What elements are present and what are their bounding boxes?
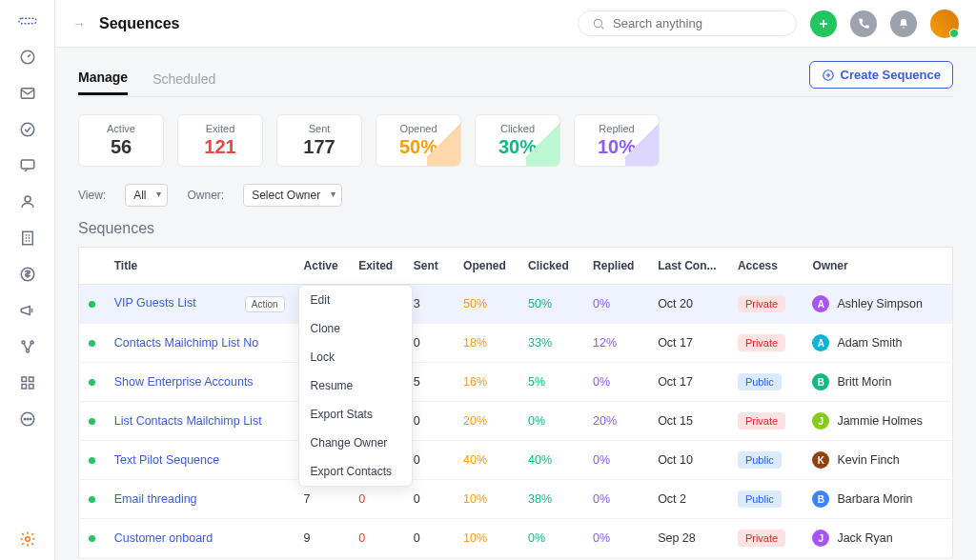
owner-name: Barbara Morin	[837, 492, 912, 506]
chat-icon[interactable]	[18, 156, 37, 175]
owner-avatar-icon: J	[812, 412, 829, 430]
svg-point-17	[27, 418, 29, 420]
section-title: Sequences	[78, 220, 953, 237]
menu-item[interactable]: Resume	[299, 371, 412, 400]
menu-item[interactable]: Change Owner	[299, 429, 412, 457]
menu-item[interactable]: Edit	[299, 286, 412, 314]
bell-button[interactable]	[890, 10, 917, 37]
menu-item[interactable]: Export Contacts	[299, 457, 412, 486]
status-dot-icon	[89, 418, 95, 425]
col-replied: Replied	[583, 248, 648, 285]
access-badge: Public	[738, 373, 782, 390]
owner-name: Jack Ryan	[837, 531, 892, 545]
cell-clicked: 40%	[518, 441, 583, 480]
owner-avatar-icon: B	[812, 373, 829, 390]
stat-clicked: Clicked30%	[475, 114, 560, 167]
cell-replied: 0%	[583, 363, 648, 402]
svg-rect-0	[18, 18, 35, 23]
cell-last: Oct 20	[648, 285, 728, 324]
menu-item[interactable]: Clone	[299, 314, 412, 343]
menu-item[interactable]: Lock	[299, 343, 412, 371]
svg-rect-4	[21, 160, 34, 169]
search-icon	[592, 17, 605, 30]
status-dot-icon	[89, 535, 95, 542]
search-input[interactable]	[578, 10, 797, 36]
cell-last: Sep 28	[648, 519, 728, 558]
access-badge: Private	[738, 295, 785, 312]
owner-cell: AAdam Smith	[812, 334, 943, 351]
svg-point-18	[30, 418, 31, 420]
col-exited: Exited	[349, 248, 404, 285]
cell-opened: 10%	[454, 519, 518, 558]
table-row[interactable]: List Contacts Mailchimp List020%0%20%Oct…	[79, 402, 953, 441]
svg-point-5	[25, 196, 30, 202]
page-title: Sequences	[99, 15, 179, 32]
check-circle-icon[interactable]	[18, 120, 37, 139]
create-sequence-button[interactable]: Create Sequence	[809, 61, 954, 89]
view-select[interactable]: All	[125, 184, 168, 207]
owner-avatar-icon: K	[812, 451, 829, 469]
col-clicked: Clicked	[518, 248, 583, 285]
svg-point-8	[22, 341, 25, 344]
owner-name: Adam Smith	[837, 336, 902, 350]
owner-avatar-icon: A	[812, 295, 829, 312]
sequence-title[interactable]: Text Pilot Sequence	[114, 453, 220, 467]
svg-point-3	[21, 123, 34, 136]
user-icon[interactable]	[18, 192, 37, 211]
cell-replied: 0%	[583, 441, 648, 480]
col-title: Title	[105, 248, 295, 285]
table-row[interactable]: Contacts Mailchimp List No018%33%12%Oct …	[79, 324, 953, 363]
gauge-icon[interactable]	[18, 48, 37, 67]
cell-replied: 20%	[583, 402, 648, 441]
menu-item[interactable]: Export Stats	[299, 400, 412, 429]
sequence-title[interactable]: VIP Guests List	[114, 296, 196, 310]
svg-rect-14	[29, 385, 33, 390]
owner-name: Kevin Finch	[837, 453, 899, 467]
stat-sent: Sent177	[276, 114, 362, 167]
building-icon[interactable]	[18, 229, 37, 248]
phone-button[interactable]	[850, 10, 877, 37]
table-row[interactable]: Email threading70010%38%0%Oct 2PublicBBa…	[79, 480, 953, 519]
tab-scheduled[interactable]: Scheduled	[152, 64, 215, 94]
cell-opened: 40%	[454, 441, 518, 480]
svg-point-20	[594, 19, 601, 27]
user-avatar[interactable]	[930, 10, 959, 38]
action-button[interactable]: Action	[245, 296, 285, 312]
sequence-title[interactable]: Email threading	[114, 492, 197, 506]
grid-icon[interactable]	[18, 373, 37, 392]
dollar-icon[interactable]	[18, 265, 37, 284]
table-row[interactable]: Text Pilot Sequence040%40%0%Oct 10Public…	[79, 441, 953, 480]
more-icon[interactable]	[18, 410, 37, 429]
sequence-title[interactable]: List Contacts Mailchimp List	[114, 414, 262, 428]
owner-cell: JJack Ryan	[812, 530, 943, 547]
cell-clicked: 38%	[518, 480, 583, 519]
plus-circle-icon	[822, 69, 835, 82]
sequence-title[interactable]: Show Enterprise Accounts	[114, 375, 254, 389]
cell-clicked: 5%	[518, 363, 583, 402]
tab-manage[interactable]: Manage	[78, 62, 128, 95]
cell-clicked: 0%	[518, 519, 583, 558]
logo-icon[interactable]	[18, 11, 37, 30]
megaphone-icon[interactable]	[18, 301, 37, 320]
owner-select[interactable]: Select Owner	[243, 184, 342, 207]
back-arrow-icon[interactable]: →	[72, 16, 86, 31]
sequence-title[interactable]: Contacts Mailchimp List No	[114, 336, 258, 350]
svg-rect-11	[22, 377, 27, 382]
svg-rect-13	[22, 385, 27, 390]
cell-replied: 12%	[583, 324, 648, 363]
sequence-title[interactable]: Customer onboard	[114, 531, 214, 545]
nodes-icon[interactable]	[18, 337, 37, 356]
add-button[interactable]	[810, 10, 837, 37]
cell-last: Oct 17	[648, 363, 728, 402]
owner-label: Owner:	[187, 189, 224, 202]
mail-icon[interactable]	[18, 84, 37, 103]
table-row[interactable]: Customer onboard90010%0%0%Sep 28PrivateJ…	[79, 519, 953, 558]
table-row[interactable]: Show Enterprise Accounts516%5%0%Oct 17Pu…	[79, 363, 953, 402]
access-badge: Private	[738, 530, 785, 547]
gear-icon[interactable]	[18, 530, 37, 549]
owner-cell: BBritt Morin	[812, 373, 943, 390]
cell-exited: 0	[349, 519, 404, 558]
table-row[interactable]: VIP Guests ListActionEditCloneLockResume…	[79, 285, 953, 324]
cell-last: Oct 15	[648, 402, 728, 441]
owner-cell: AAshley Simpson	[812, 295, 943, 312]
